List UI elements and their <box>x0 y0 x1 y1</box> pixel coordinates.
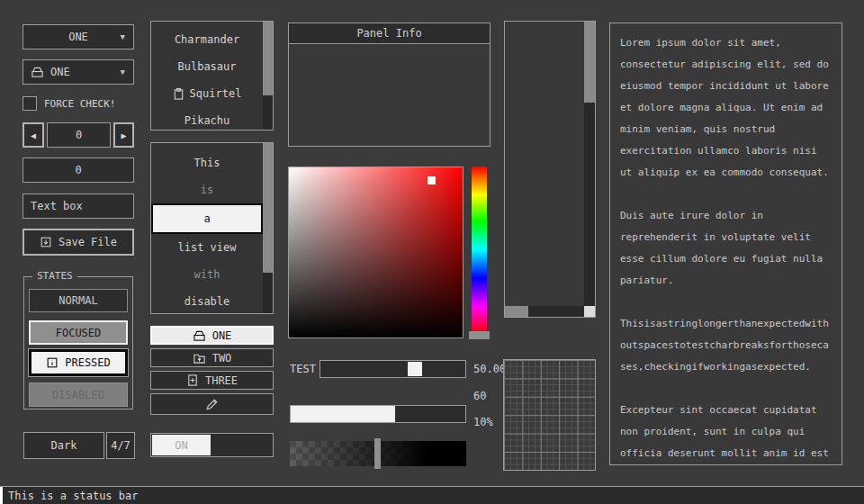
scrollbar-corner[interactable] <box>584 306 595 317</box>
pokemon-list-scrollbar[interactable] <box>263 22 273 130</box>
toggle-label: ON <box>175 439 187 452</box>
info-panel-title: Panel Info <box>289 23 490 44</box>
pager-button[interactable]: 4/7 <box>106 432 135 459</box>
progress-bar <box>290 405 466 423</box>
stepper-decrement-button[interactable]: ◀ <box>22 122 44 148</box>
widget-gallery-window: ONE ▼ ONE ▼ FORCE CHECK! ◀ 0 ▶ 0 Text bo… <box>0 0 864 504</box>
scrollbar-thumb[interactable] <box>263 143 273 273</box>
paragraph: Lorem ipsum dolor sit amet, consectetur … <box>620 32 832 184</box>
test-slider[interactable] <box>320 360 466 378</box>
text-input-value: Text box <box>31 200 83 212</box>
list-item[interactable]: Pikachu <box>151 107 263 134</box>
scrollbar-thumb[interactable] <box>263 22 273 95</box>
test-slider-value: 50.00 <box>473 360 506 378</box>
alpha-slider[interactable] <box>290 441 466 466</box>
stepper-value: 0 <box>47 122 111 148</box>
dropdown-icon[interactable]: ONE ▼ <box>22 59 134 85</box>
hue-handle[interactable] <box>469 331 490 339</box>
lorem-text-panel: Lorem ipsum dolor sit amet, consectetur … <box>609 22 842 465</box>
scrollbar-thumb[interactable] <box>584 22 595 103</box>
action-button-two[interactable]: TWO <box>150 348 274 367</box>
paragraph: Duis aute irure dolor in reprehenderit i… <box>620 205 832 292</box>
list-item[interactable]: Bulbasaur <box>151 53 263 80</box>
chevron-down-icon: ▼ <box>121 33 125 41</box>
color-saturation-square[interactable] <box>288 166 464 338</box>
list-item[interactable]: Squirtel <box>151 80 263 107</box>
force-check-checkbox[interactable]: FORCE CHECK! <box>22 95 134 112</box>
file-plus-icon <box>186 374 199 387</box>
folder-up-icon <box>193 352 206 364</box>
number-display: 0 <box>22 158 134 183</box>
paragraph: Thisisastringlongerthanexpectedwithoutsp… <box>620 313 832 378</box>
color-cursor[interactable] <box>428 176 436 184</box>
clipboard-icon <box>173 87 184 101</box>
status-bar-text: This is a status bar <box>3 490 139 502</box>
info-panel: Panel Info <box>288 22 490 147</box>
save-file-button[interactable]: Save File <box>22 229 134 256</box>
on-toggle[interactable]: ON <box>150 433 274 457</box>
arrow-left-icon: ◀ <box>31 130 36 140</box>
checkbox-label: FORCE CHECK! <box>44 98 115 110</box>
list-item[interactable]: list view <box>151 234 263 261</box>
state-button-pressed[interactable]: PRESSED <box>29 349 128 376</box>
state-button-focused[interactable]: FOCUSED <box>29 320 128 345</box>
dropdown-icon-value: ONE <box>50 66 70 78</box>
test-slider-label: TEST <box>290 360 317 378</box>
save-icon <box>40 236 52 248</box>
state-button-disabled: DISABLED <box>29 382 128 407</box>
demo-list: This is a list view with disable <box>150 142 274 314</box>
theme-button[interactable]: Dark <box>23 432 104 459</box>
list-item-selected[interactable]: a <box>151 203 263 234</box>
list-item-disabled: is <box>151 176 263 203</box>
stepper-increment-button[interactable]: ▶ <box>113 122 134 148</box>
action-button-one[interactable]: ONE <box>150 326 274 345</box>
list-item[interactable]: Charmander <box>151 26 263 53</box>
states-group-title: STATES <box>32 270 77 282</box>
folder-icon <box>193 329 206 342</box>
toggle-knob[interactable]: ON <box>152 435 211 455</box>
scrollbar-thumb[interactable] <box>505 306 528 317</box>
action-button-three[interactable]: THREE <box>150 371 274 390</box>
list-item[interactable]: This <box>151 149 263 176</box>
progress-value: 60 <box>473 387 486 405</box>
hue-bar[interactable] <box>472 166 487 333</box>
list-item[interactable]: disable <box>151 288 263 315</box>
state-button-normal[interactable]: NORMAL <box>29 289 128 312</box>
demo-list-scrollbar[interactable] <box>263 143 273 313</box>
edit-button[interactable] <box>150 393 274 415</box>
pokemon-list: Charmander Bulbasaur Squirtel Pikachu <box>150 21 274 130</box>
progress-fill <box>291 406 395 422</box>
checkbox-box[interactable] <box>22 96 37 111</box>
info-icon <box>46 356 58 369</box>
save-file-label: Save File <box>58 236 117 248</box>
scroll-area-hscrollbar[interactable] <box>505 306 584 317</box>
dropdown-simple-value: ONE <box>68 31 88 43</box>
test-slider-handle[interactable] <box>408 362 422 376</box>
scroll-area-vscrollbar[interactable] <box>584 22 595 306</box>
pencil-icon <box>204 397 220 412</box>
alpha-handle[interactable] <box>374 438 381 469</box>
grid-canvas <box>503 359 596 471</box>
folder-icon <box>31 66 44 78</box>
list-item-disabled: with <box>151 261 263 288</box>
paragraph: Excepteur sint occaecat cupidatat non pr… <box>620 400 832 465</box>
small-slider-value: 10% <box>473 413 493 430</box>
scroll-area <box>504 21 596 318</box>
chevron-down-icon: ▼ <box>121 68 125 76</box>
dropdown-simple[interactable]: ONE ▼ <box>22 24 134 50</box>
arrow-right-icon: ▶ <box>121 130 126 140</box>
text-input[interactable]: Text box <box>22 194 134 219</box>
status-bar: This is a status bar <box>0 486 864 504</box>
